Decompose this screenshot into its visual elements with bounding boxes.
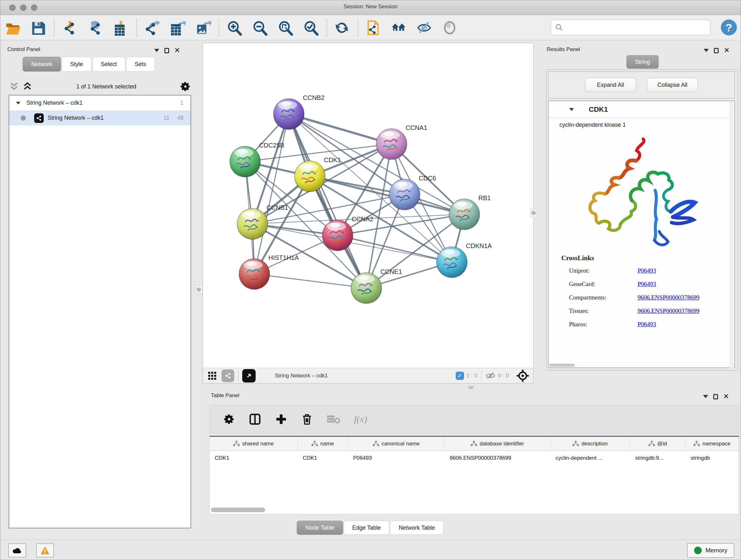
home-icon[interactable] (391, 19, 408, 36)
network-node-CCNE1[interactable] (351, 273, 382, 304)
add-column-icon[interactable] (275, 413, 287, 426)
tab-sets[interactable]: Sets (126, 57, 155, 71)
tab-style[interactable]: Style (62, 57, 91, 71)
network-node-RB1[interactable] (449, 199, 480, 230)
show-graphics-details-icon[interactable] (442, 19, 459, 36)
column-header-description[interactable]: description (550, 437, 630, 450)
import-network-file-icon[interactable] (62, 19, 78, 36)
tree-expand-icon[interactable] (16, 102, 20, 105)
expand-all-chevron-icon[interactable] (22, 82, 33, 91)
fit-selected-crosshair-icon[interactable] (516, 369, 529, 382)
open-session-icon[interactable] (5, 19, 21, 36)
column-header-namespace[interactable]: namespace (685, 437, 739, 450)
network-options-gear-icon[interactable] (180, 81, 191, 92)
delete-column-trash-icon[interactable] (301, 413, 313, 426)
tab-network[interactable]: Network (23, 57, 61, 71)
zoom-in-icon[interactable] (226, 19, 243, 36)
cloud-status-button[interactable] (8, 543, 26, 557)
table-row[interactable]: CDK1CDK1P064939606.ENSP00000378699cyclin… (210, 451, 739, 465)
network-node-CDC25B[interactable] (230, 146, 260, 178)
crosslink-link[interactable]: 9606.ENSP00000378699 (637, 294, 699, 301)
network-node-CCNA2[interactable] (322, 220, 353, 251)
tab-edge-table[interactable]: Edge Table (344, 521, 390, 535)
export-table-icon[interactable] (170, 19, 186, 36)
column-header-shared-name[interactable]: shared name (210, 437, 298, 450)
import-network-database-icon[interactable] (87, 19, 104, 36)
cell-database-identifier[interactable]: 9606.ENSP00000378699 (445, 451, 550, 465)
network-node-CDC6[interactable] (389, 179, 420, 210)
crosslink-link[interactable]: P06493 (637, 281, 656, 288)
memory-button[interactable]: Memory (687, 543, 734, 558)
grid-view-icon[interactable] (207, 371, 217, 381)
tab-select[interactable]: Select (92, 57, 125, 71)
cell-canonical-name[interactable]: P06493 (348, 451, 445, 465)
network-edge-CCNB2-CCNE1[interactable] (289, 114, 366, 288)
control-panel-float-icon[interactable] (164, 48, 169, 53)
column-header-canonical-name[interactable]: canonical name (348, 437, 445, 450)
tab-node-table[interactable]: Node Table (297, 521, 343, 535)
network-row[interactable]: String Network – cdk1 11 48 (9, 111, 191, 125)
help-button[interactable]: ? (721, 19, 737, 36)
table-panel-close-icon[interactable]: ✕ (723, 393, 729, 400)
import-table-icon[interactable] (113, 19, 129, 36)
crosslink-link[interactable]: P06493 (637, 267, 656, 274)
network-share-view-icon[interactable] (221, 369, 234, 382)
gene-collapse-icon[interactable] (569, 108, 574, 111)
cell--id[interactable]: stringdb:9... (630, 451, 685, 465)
crosslink-link[interactable]: P06493 (637, 321, 656, 328)
warnings-button[interactable] (36, 543, 54, 557)
results-horizontal-scrollbar[interactable] (549, 364, 575, 367)
network-edge-CCNB2-HIST1H1A[interactable] (254, 114, 289, 274)
left-splitter-handle[interactable] (195, 286, 202, 294)
network-node-CDKN1A[interactable] (436, 247, 467, 278)
column-header-name[interactable]: name (298, 437, 348, 450)
results-panel-collapse-icon[interactable] (704, 49, 709, 52)
expand-all-button[interactable]: Expand All (585, 78, 636, 92)
save-session-icon[interactable] (30, 19, 47, 36)
table-panel-float-icon[interactable] (713, 394, 718, 399)
zoom-selected-icon[interactable] (303, 19, 320, 36)
right-splitter-handle[interactable] (530, 209, 537, 217)
search-box[interactable] (551, 20, 711, 35)
export-network-icon[interactable] (144, 19, 160, 36)
network-node-CCNB2[interactable] (273, 99, 304, 130)
tab-network-table[interactable]: Network Table (390, 521, 444, 535)
control-panel-close-icon[interactable]: ✕ (174, 47, 180, 54)
control-panel-collapse-icon[interactable] (154, 49, 159, 52)
results-panel-close-icon[interactable]: ✕ (724, 47, 730, 54)
zoom-fit-icon[interactable] (277, 19, 294, 36)
search-input[interactable] (566, 24, 710, 31)
network-node-CDK1[interactable] (294, 161, 325, 192)
network-node-HIST1H1A[interactable] (239, 259, 270, 290)
refresh-view-icon[interactable] (334, 19, 351, 36)
results-vertical-scrollbar[interactable] (730, 102, 734, 368)
network-from-document-icon[interactable] (365, 19, 382, 36)
collapse-all-button[interactable]: Collapse All (647, 78, 698, 92)
table-settings-gear-icon[interactable] (223, 413, 235, 425)
collapse-all-chevron-icon[interactable] (9, 82, 19, 91)
table-horizontal-scrollbar[interactable] (211, 508, 265, 512)
cell-name[interactable]: CDK1 (298, 451, 348, 465)
column-header-database-identifier[interactable]: database identifier (445, 437, 550, 450)
network-node-CCNB1[interactable] (237, 208, 268, 240)
network-collection-row[interactable]: String Network – cdk1 1 (9, 96, 191, 111)
network-edge-CCNA2-CDKN1A[interactable] (338, 235, 452, 262)
network-canvas[interactable]: CCNB2CCNA1CDC25BCDK1CDC6RB1CCNB1CCNA2CDK… (203, 43, 533, 368)
show-columns-icon[interactable] (249, 413, 261, 426)
birdseye-view-icon[interactable] (242, 369, 256, 382)
gene-header-row[interactable]: CDK1 (549, 101, 734, 118)
network-node-CCNA1[interactable] (376, 129, 407, 160)
selected-items-checkbox[interactable]: ✓ (456, 372, 464, 380)
network-edge-CCNB2-CCNA1[interactable] (289, 114, 392, 144)
column-header--id[interactable]: @id (630, 437, 685, 450)
crosslink-link[interactable]: 9606.ENSP00000378699 (637, 307, 699, 314)
cell-description[interactable]: cyclin-dependent ... (550, 451, 630, 465)
results-tab-string[interactable]: String (626, 55, 659, 69)
results-panel-float-icon[interactable] (714, 48, 719, 53)
cell-shared-name[interactable]: CDK1 (210, 451, 298, 465)
hide-selected-icon[interactable] (416, 19, 433, 36)
hidden-items-eye-slash-icon[interactable] (485, 372, 495, 380)
horizontal-splitter-handle[interactable] (468, 386, 474, 389)
export-image-icon[interactable] (195, 19, 212, 36)
network-edge-HIST1H1A-CCNE1[interactable] (254, 274, 366, 288)
